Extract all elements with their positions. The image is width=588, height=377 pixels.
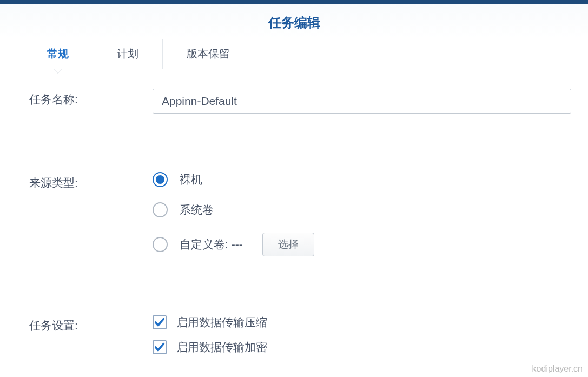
tab-general[interactable]: 常规	[23, 39, 93, 69]
radio-custom-volume[interactable]	[153, 237, 168, 252]
source-type-radio-group: 裸机 系统卷 自定义卷: --- 选择	[153, 172, 572, 256]
tabs-container: 常规 计划 版本保留	[0, 39, 588, 69]
row-source-type: 来源类型: 裸机 系统卷 自定义卷: --- 选择	[29, 172, 572, 256]
label-task-settings: 任务设置:	[29, 315, 153, 333]
radio-label-system-volume: 系统卷	[180, 202, 214, 217]
check-icon	[154, 316, 166, 328]
checkbox-item-encryption: 启用数据传输加密	[153, 340, 572, 355]
checkbox-label-encryption: 启用数据传输加密	[176, 340, 267, 355]
dialog-title: 任务编辑	[0, 4, 588, 39]
select-volume-button[interactable]: 选择	[262, 233, 314, 256]
row-task-name: 任务名称:	[29, 89, 572, 114]
task-name-input[interactable]	[153, 89, 571, 114]
row-task-settings: 任务设置: 启用数据传输压缩 启用数据传输加密	[29, 315, 572, 355]
checkbox-enable-compression[interactable]	[153, 315, 167, 329]
tab-schedule[interactable]: 计划	[93, 39, 163, 69]
header-bar	[0, 0, 588, 4]
form-content: 任务名称: 来源类型: 裸机 系统卷 自定义卷: --- 选择	[0, 69, 588, 355]
checkbox-label-compression: 启用数据传输压缩	[176, 315, 267, 330]
radio-item-system-volume: 系统卷	[153, 202, 572, 217]
task-settings-checkbox-group: 启用数据传输压缩 启用数据传输加密	[153, 315, 572, 355]
radio-item-custom-volume: 自定义卷: --- 选择	[153, 233, 572, 256]
radio-item-bare-machine: 裸机	[153, 172, 572, 187]
label-task-name: 任务名称:	[29, 89, 153, 107]
watermark: kodiplayer.cn	[532, 364, 583, 374]
checkbox-item-compression: 启用数据传输压缩	[153, 315, 572, 330]
tab-version-retention[interactable]: 版本保留	[163, 39, 254, 69]
label-source-type: 来源类型:	[29, 172, 153, 190]
check-icon	[154, 341, 166, 353]
checkbox-enable-encryption[interactable]	[153, 340, 167, 354]
radio-label-custom-volume: 自定义卷: ---	[180, 237, 243, 252]
radio-system-volume[interactable]	[153, 202, 168, 217]
radio-label-bare-machine: 裸机	[180, 172, 202, 187]
radio-bare-machine[interactable]	[153, 172, 168, 187]
